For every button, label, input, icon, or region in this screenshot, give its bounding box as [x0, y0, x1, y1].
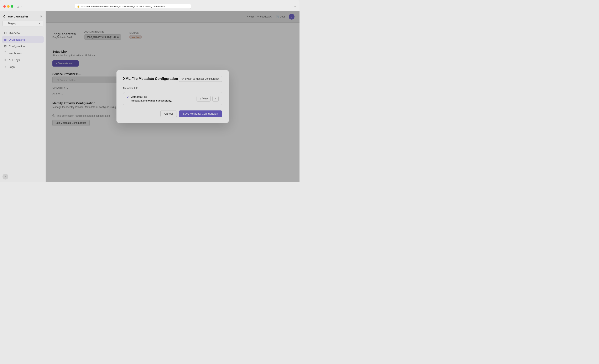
cancel-button[interactable]: Cancel [160, 110, 176, 117]
environment-selector[interactable]: ○ Staging ∨ [2, 21, 43, 27]
sidebar-item-label: Logs [9, 65, 15, 68]
file-name: Metadata File [130, 95, 147, 98]
env-icon: ○ [5, 22, 6, 25]
sidebar-header: Chase Lancaster ⚙ [0, 11, 45, 21]
user-name: Chase Lancaster [3, 15, 28, 18]
sidebar-item-label: Configuration [9, 45, 25, 48]
main-content: ? Help ✎ Feedback? 📄 Docs C PingFederate… [46, 11, 300, 182]
logs-icon: ≡ [4, 65, 7, 68]
sidebar-item-configuration[interactable]: ⊟ Configuration [2, 43, 44, 49]
save-metadata-button[interactable]: Save Metadata Configuration [179, 110, 222, 117]
back-icon[interactable]: ‹ [21, 5, 22, 8]
file-name-row: ✓ Metadata File [127, 95, 172, 98]
file-actions: ∨ View × [196, 96, 219, 101]
webhooks-icon: ⌒ [4, 51, 7, 55]
modal-header: XML File Metadata Configuration ⟳ Switch… [123, 76, 222, 82]
file-loaded-prefix: metadata.xml [131, 99, 147, 102]
address-bar[interactable]: 🔒 dashboard.workos.com/environment_01G5H… [75, 4, 191, 9]
new-tab-icon[interactable]: + [294, 5, 296, 8]
modal-overlay: XML File Metadata Configuration ⟳ Switch… [46, 11, 300, 182]
sidebar-item-label: Organizations [9, 38, 25, 41]
collapse-icon[interactable]: ‹ [2, 174, 8, 179]
browser-controls: ⊡ ‹ [17, 5, 22, 8]
switch-icon: ⟳ [182, 77, 184, 80]
settings-icon[interactable]: ⚙ [40, 15, 42, 18]
file-loaded-suffix: loaded successfully. [148, 99, 172, 102]
sidebar-item-logs[interactable]: ≡ Logs [2, 64, 44, 70]
url-text: dashboard.workos.com/environment_01G5H99… [81, 5, 167, 8]
checkmark-icon: ✓ [127, 95, 129, 98]
sidebar: Chase Lancaster ⚙ ○ Staging ∨ ⊡ Overview… [0, 11, 46, 182]
file-upload-area: ✓ Metadata File metadata.xml loaded succ… [123, 92, 222, 105]
sidebar-toggle-icon[interactable]: ⊡ [17, 5, 19, 8]
sidebar-bottom: ‹ [0, 171, 45, 182]
sidebar-item-webhooks[interactable]: ⌒ Webhooks [2, 50, 44, 56]
sidebar-item-overview[interactable]: ⊡ Overview [2, 30, 44, 36]
env-name: Staging [8, 22, 16, 25]
modal-title: XML File Metadata Configuration [123, 77, 178, 81]
view-chevron: ∨ [200, 97, 202, 100]
sidebar-item-organizations[interactable]: ⊞ Organizations [2, 36, 44, 43]
view-btn-label: View [202, 97, 208, 100]
view-button[interactable]: ∨ View [196, 96, 211, 101]
metadata-file-label: Metadata File [123, 87, 222, 90]
configuration-icon: ⊟ [4, 44, 7, 48]
switch-to-manual-button[interactable]: ⟳ Switch to Manual Configuration [179, 76, 222, 82]
minimize-traffic-light[interactable] [7, 5, 9, 8]
chevron-down-icon: ∨ [39, 22, 41, 25]
switch-btn-label: Switch to Manual Configuration [185, 77, 220, 80]
overview-icon: ⊡ [4, 31, 7, 35]
env-left: ○ Staging [5, 22, 16, 25]
file-info: ✓ Metadata File metadata.xml loaded succ… [127, 95, 172, 102]
file-status: metadata.xml loaded successfully. [127, 99, 172, 102]
sidebar-item-api-keys[interactable]: ⌗ API Keys [2, 57, 44, 63]
modal-dialog: XML File Metadata Configuration ⟳ Switch… [116, 70, 229, 123]
sidebar-item-label: Webhooks [9, 52, 21, 55]
organizations-icon: ⊞ [4, 38, 7, 41]
traffic-lights [3, 5, 13, 8]
lock-icon: 🔒 [77, 5, 80, 8]
remove-file-button[interactable]: × [212, 96, 219, 101]
modal-footer: Cancel Save Metadata Configuration [123, 110, 222, 117]
api-keys-icon: ⌗ [4, 58, 7, 62]
maximize-traffic-light[interactable] [11, 5, 13, 8]
close-traffic-light[interactable] [3, 5, 6, 8]
sidebar-item-label: Overview [9, 31, 20, 35]
sidebar-item-label: API Keys [9, 58, 20, 62]
sidebar-nav: ⊡ Overview ⊞ Organizations ⊟ Configurati… [0, 29, 45, 71]
browser-actions: + [294, 5, 296, 8]
